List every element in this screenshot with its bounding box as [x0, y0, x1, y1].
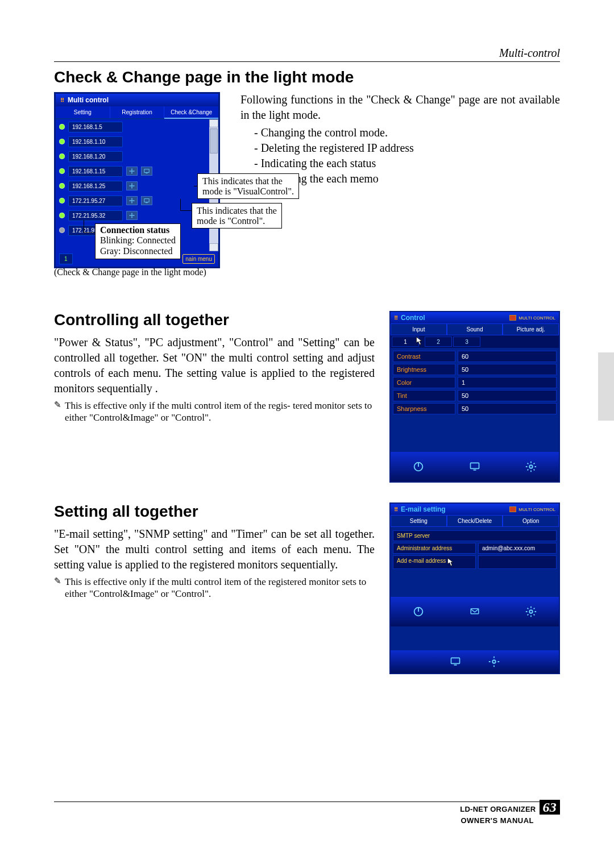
control-value[interactable]: 50 — [458, 364, 557, 375]
tab-check-change[interactable]: Check &Change — [164, 106, 218, 118]
section1-heading: Check & Change page in the light mode — [54, 68, 560, 86]
svg-rect-23 — [451, 658, 460, 663]
section2-para: "Power & Status", "PC adjustment", "Cont… — [54, 335, 375, 396]
control-row: Sharpness50 — [393, 403, 557, 414]
monitor-icon[interactable] — [447, 655, 463, 668]
section3-note: This is effective only if the multi cont… — [54, 576, 375, 600]
list-item[interactable]: 192.168.1.25 — [56, 178, 209, 193]
email-label: Administrator address — [393, 543, 476, 554]
list-item[interactable]: 192.168.1.10 — [56, 134, 209, 149]
page-indicator[interactable]: 1 — [59, 254, 73, 264]
multi-control-badge: MULTI CONTROL — [509, 506, 555, 512]
tab-sound[interactable]: Sound — [447, 323, 503, 335]
control-label: Sharpness — [393, 403, 455, 414]
tab-email-setting[interactable]: Setting — [391, 515, 447, 527]
status-led-icon — [59, 153, 65, 159]
subtab-1[interactable]: 1 — [392, 337, 419, 347]
ip-button[interactable]: 192.168.1.5 — [68, 122, 123, 132]
scroll-up-icon[interactable] — [209, 119, 218, 127]
footer-product: LD-NET ORGANIZER — [460, 805, 536, 813]
status-led-icon — [59, 213, 65, 218]
footer-subtitle: OWNER'S MANUAL — [460, 816, 534, 825]
tab-picture-adj[interactable]: Picture adj. — [503, 323, 559, 335]
svg-rect-11 — [130, 215, 134, 216]
email-label: SMTP server — [393, 530, 557, 541]
section1-intro: Following functions in the "Check & Chan… — [240, 92, 560, 123]
ip-button[interactable]: 192.168.1.15 — [68, 166, 123, 177]
callout-conn-l2: Gray: Disconnected — [100, 246, 173, 256]
svg-rect-7 — [130, 201, 134, 201]
section3-para: "E-mail setting", "SNMP setting" and "Ti… — [54, 526, 375, 572]
power-icon[interactable] — [410, 460, 426, 473]
move-icon[interactable] — [126, 181, 138, 190]
subtab-2[interactable]: 2 — [425, 337, 452, 347]
tab-input[interactable]: Input — [391, 323, 447, 335]
page-footer: LD-NET ORGANIZER63 OWNER'S MANUAL — [460, 800, 560, 825]
svg-rect-1 — [130, 171, 134, 172]
ip-button[interactable]: 192.168.1.25 — [68, 181, 123, 192]
tab-check-delete[interactable]: Check/Delete — [447, 515, 503, 527]
control-panel: Control MULTI CONTROL Input Sound Pictur… — [389, 311, 560, 483]
callout-line — [180, 210, 193, 211]
callout-line — [84, 232, 95, 233]
scroll-down-icon[interactable] — [209, 243, 218, 251]
email-row: Add e-mail address — [393, 555, 557, 569]
svg-point-25 — [492, 660, 496, 663]
main-menu-button[interactable]: nain menu — [182, 254, 215, 264]
settings-icon[interactable] — [523, 460, 539, 473]
callout-conn-title: Connection status — [100, 225, 169, 235]
move-icon[interactable] — [126, 167, 138, 176]
section1-bullet: Deleting the registered IP address — [254, 140, 560, 156]
control-row: Color1 — [393, 377, 557, 388]
section1-bullet: Changing the control mode. — [254, 125, 560, 140]
badge-icon — [509, 315, 516, 321]
header-rule — [54, 61, 560, 62]
svg-point-22 — [529, 610, 533, 613]
mail-icon[interactable] — [467, 605, 483, 618]
section3-heading: Setting all together — [54, 502, 375, 521]
list-item[interactable]: 172.21.95.27 — [56, 193, 209, 208]
callout-connection: Connection status Blinking: Connected Gr… — [95, 223, 181, 259]
move-icon[interactable] — [126, 196, 138, 205]
svg-point-18 — [529, 465, 533, 468]
ip-button[interactable]: 172.21.95.32 — [68, 210, 123, 221]
status-led-icon — [59, 183, 65, 189]
monitor-icon[interactable] — [141, 196, 152, 205]
tab-option[interactable]: Option — [503, 515, 559, 527]
control-value[interactable]: 60 — [458, 351, 557, 362]
monitor-icon[interactable] — [467, 460, 483, 473]
control-value[interactable]: 50 — [458, 403, 557, 414]
power-icon[interactable] — [410, 605, 426, 618]
badge-icon — [509, 506, 516, 512]
tab-registration[interactable]: Registration — [110, 106, 165, 118]
svg-rect-3 — [146, 173, 147, 173]
ip-button[interactable]: 192.168.1.10 — [68, 136, 123, 147]
move-icon[interactable] — [126, 211, 138, 220]
list-item[interactable]: 192.168.1.20 — [56, 149, 209, 164]
settings-icon[interactable] — [486, 655, 502, 668]
ip-button[interactable]: 192.168.1.20 — [68, 151, 123, 162]
list-item[interactable]: 192.168.1.5 — [56, 119, 209, 134]
scroll-thumb[interactable] — [210, 128, 218, 153]
ip-button[interactable]: 172.21.95.27 — [68, 196, 123, 206]
monitor-icon[interactable] — [141, 167, 152, 176]
section1-bullet: Indicating the each memo — [254, 171, 560, 186]
email-value[interactable] — [478, 555, 557, 569]
email-value[interactable]: admin@abc.xxx.com — [478, 543, 557, 554]
page-number: 63 — [540, 800, 561, 815]
control-label: Color — [393, 377, 455, 388]
control-value[interactable]: 50 — [458, 390, 557, 401]
settings-icon[interactable] — [523, 605, 539, 618]
control-label: Brightness — [393, 364, 455, 375]
list-item[interactable]: 192.168.1.15 — [56, 164, 209, 178]
status-led-icon — [59, 227, 65, 233]
status-led-icon — [59, 168, 65, 174]
section2-note: This is effective only if the multi cont… — [54, 400, 375, 424]
control-value[interactable]: 1 — [458, 377, 557, 388]
email-panel: E-mail setting MULTI CONTROL Setting Che… — [389, 502, 560, 674]
tab-setting[interactable]: Setting — [56, 106, 110, 118]
subtab-3[interactable]: 3 — [453, 337, 480, 347]
control-panel-title: Control — [394, 314, 425, 322]
callout-conn-l1: Blinking: Connected — [100, 235, 176, 245]
cursor-icon — [447, 558, 455, 567]
